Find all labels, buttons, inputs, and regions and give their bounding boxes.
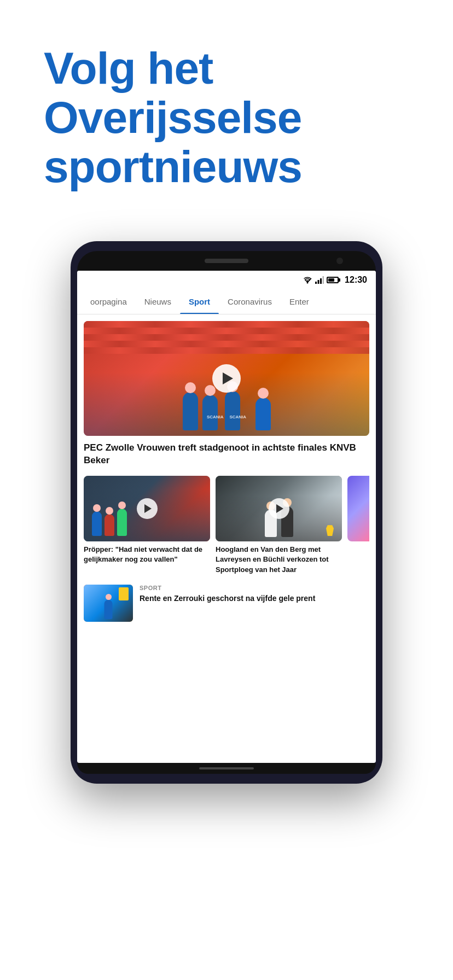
- article-card-1[interactable]: Pröpper: "Had niet verwacht dat de gelij…: [84, 476, 210, 575]
- svg-point-0: [307, 282, 309, 283]
- small-article-thumb: [84, 585, 133, 622]
- article-card-image-1: [84, 476, 210, 541]
- svg-rect-1: [315, 282, 317, 284]
- articles-grid: Pröpper: "Had niet verwacht dat de gelij…: [77, 471, 376, 579]
- phone-screen: 12:30 oorpagina Nieuws Sport Coronavirus…: [77, 271, 376, 763]
- svg-rect-2: [318, 280, 320, 284]
- small-article[interactable]: SPORT Rente en Zerrouki geschorst na vij…: [77, 579, 376, 627]
- play-button-2[interactable]: [269, 498, 289, 519]
- small-article-content: SPORT Rente en Zerrouki geschorst na vij…: [140, 585, 369, 604]
- nav-tabs: oorpagina Nieuws Sport Coronavirus Enter: [77, 289, 376, 314]
- status-icons: 12:30: [303, 275, 367, 285]
- status-time: 12:30: [345, 275, 367, 285]
- tab-entertainment[interactable]: Enter: [281, 289, 318, 314]
- battery-icon: [327, 277, 339, 283]
- content-area: SCANIA SCANIA PEC Zwolle Vrouwen treft s…: [77, 314, 376, 627]
- svg-rect-4: [323, 276, 324, 284]
- status-bar: 12:30: [77, 271, 376, 289]
- play-button-1[interactable]: [137, 498, 158, 519]
- wifi-icon: [303, 276, 312, 284]
- speaker: [205, 259, 248, 263]
- main-article-image: SCANIA SCANIA: [84, 321, 369, 436]
- play-button-main[interactable]: [212, 364, 241, 393]
- phone-mockup: 12:30 oorpagina Nieuws Sport Coronavirus…: [71, 241, 382, 784]
- camera: [336, 258, 343, 264]
- article-card-image-2: [216, 476, 342, 541]
- article-card-title-1: Pröpper: "Had niet verwacht dat de gelij…: [84, 541, 210, 564]
- article-card-2[interactable]: Hoogland en Van den Berg met Lavreysen e…: [216, 476, 342, 575]
- phone-bottom-bar: [77, 763, 376, 774]
- small-article-tag: SPORT: [140, 585, 369, 591]
- hero-title: Volg het Overijsselse sportnieuws: [44, 44, 409, 192]
- svg-rect-3: [320, 278, 322, 284]
- tab-voorpagina[interactable]: oorpagina: [82, 289, 136, 314]
- article-card-image-3: [347, 476, 369, 541]
- tab-coronavirus[interactable]: Coronavirus: [219, 289, 281, 314]
- small-article-title: Rente en Zerrouki geschorst na vijfde ge…: [140, 593, 369, 604]
- tab-sport[interactable]: Sport: [180, 289, 219, 314]
- phone-notch: [77, 251, 376, 271]
- tab-nieuws[interactable]: Nieuws: [136, 289, 180, 314]
- article-card-title-2: Hoogland en Van den Berg met Lavreysen e…: [216, 541, 342, 575]
- phone-container: 12:30 oorpagina Nieuws Sport Coronavirus…: [0, 241, 453, 784]
- main-article[interactable]: SCANIA SCANIA PEC Zwolle Vrouwen treft s…: [77, 314, 376, 472]
- signal-icon: [315, 276, 324, 284]
- article-card-3[interactable]: [347, 476, 369, 575]
- main-article-title: PEC Zwolle Vrouwen treft stadgenoot in a…: [84, 436, 369, 468]
- hero-section: Volg het Overijsselse sportnieuws: [0, 0, 453, 225]
